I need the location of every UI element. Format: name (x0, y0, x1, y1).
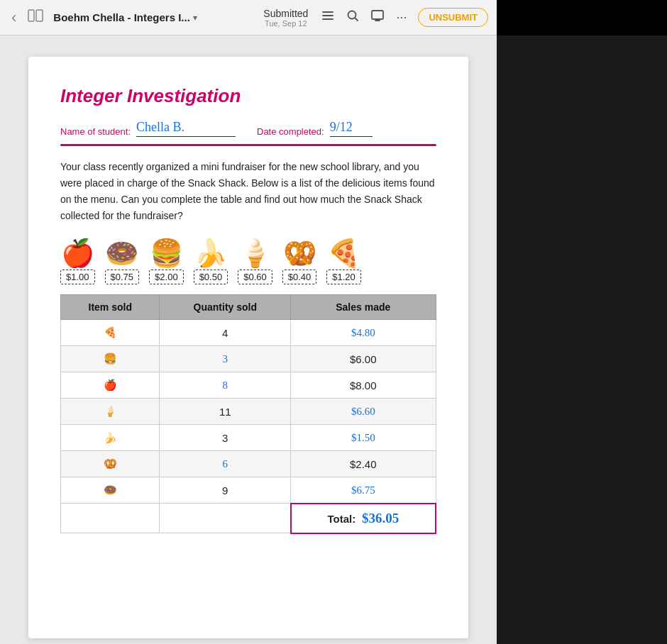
divider (60, 144, 436, 146)
document-page: Integer Investigation Name of student: C… (28, 57, 468, 638)
submitted-label: Submitted (263, 8, 308, 19)
more-icon[interactable]: ··· (396, 10, 407, 25)
total-amount: $36.05 (358, 511, 399, 526)
food-icons-row: 🍎 $1.00 🍩 $0.75 🍔 $2.00 🍌 $0.50 🍦 $0.60 … (60, 240, 436, 284)
submission-status: Submitted Tue, Sep 12 (263, 8, 308, 28)
food-emoji: 🍦 (238, 240, 272, 267)
table-cell-emoji: 🍔 (61, 346, 160, 372)
toolbar-icons: ··· UNSUBMIT (321, 8, 488, 27)
table-cell-sales: $1.50 (291, 425, 436, 451)
description-text: Your class recently organized a mini fun… (60, 159, 436, 224)
table-cell-qty: 8 (160, 372, 291, 399)
panels-icon[interactable] (25, 6, 46, 28)
table-cell-emoji: 🍦 (61, 399, 160, 425)
table-header-row: Item soldQuantity soldSales made (61, 295, 436, 320)
food-emoji: 🍎 (61, 240, 94, 267)
table-row: 🍎8$8.00 (61, 372, 436, 399)
main-layout: Integer Investigation Name of student: C… (0, 35, 667, 644)
document-area: Integer Investigation Name of student: C… (0, 35, 497, 644)
food-icon-item: 🍔 $2.00 (149, 240, 184, 284)
title-area: Boehm Chella - Integers I... ▾ (53, 11, 250, 23)
list-icon[interactable] (321, 9, 335, 26)
food-icon-item: 🍎 $1.00 (60, 240, 95, 284)
svg-rect-1 (36, 10, 43, 21)
table-cell-qty: 3 (160, 425, 291, 451)
table-col-header: Quantity sold (160, 295, 291, 320)
table-cell-emoji: 🍩 (61, 477, 160, 504)
price-box: $0.60 (238, 270, 272, 284)
table-total-row: Total: $36.05 (61, 504, 436, 533)
table-cell-emoji: 🥨 (61, 451, 160, 477)
food-icon-item: 🍌 $0.50 (194, 240, 228, 284)
total-label: Total: (327, 513, 355, 525)
table-cell-sales: $2.40 (291, 451, 436, 477)
page-title: Integer Investigation (60, 85, 436, 107)
food-icon-item: 🍦 $0.60 (238, 240, 272, 284)
table-cell-sales: $6.00 (291, 346, 436, 372)
table-cell-sales: $8.00 (291, 372, 436, 399)
table-row: 🥨6$2.40 (61, 451, 436, 477)
search-icon[interactable] (346, 9, 359, 26)
total-empty-cell-1 (61, 504, 160, 533)
table-col-header: Item sold (61, 295, 160, 320)
food-emoji: 🍕 (327, 240, 360, 267)
table-cell-qty: 9 (160, 477, 291, 504)
price-box: $1.20 (326, 270, 361, 284)
student-info-row: Name of student: Chella B. Date complete… (60, 120, 436, 137)
table-row: 🍕4$4.80 (61, 320, 436, 346)
table-cell-qty: 11 (160, 399, 291, 425)
table-row: 🍦11$6.60 (61, 399, 436, 425)
table-cell-sales: $6.75 (291, 477, 436, 504)
svg-line-6 (355, 18, 358, 21)
table-cell-emoji: 🍕 (61, 320, 160, 346)
table-cell-emoji: 🍌 (61, 425, 160, 451)
food-emoji: 🥨 (283, 240, 316, 267)
food-emoji: 🍌 (194, 240, 227, 267)
total-value-cell: Total: $36.05 (291, 504, 436, 533)
table-col-header: Sales made (291, 295, 436, 320)
student-name-label: Name of student: (60, 126, 131, 137)
table-body: 🍕4$4.80🍔3$6.00🍎8$8.00🍦11$6.60🍌3$1.50🥨6$2… (61, 320, 436, 533)
food-emoji: 🍩 (105, 240, 138, 267)
table-cell-qty: 6 (160, 451, 291, 477)
student-name-value: Chella B. (136, 120, 236, 137)
document-title: Boehm Chella - Integers I... (53, 11, 190, 23)
table-row: 🍔3$6.00 (61, 346, 436, 372)
food-emoji: 🍔 (150, 240, 183, 267)
price-box: $0.40 (282, 270, 317, 284)
table-cell-qty: 3 (160, 346, 291, 372)
top-toolbar: ‹ Boehm Chella - Integers I... ▾ Submitt… (0, 0, 497, 35)
right-panel (497, 35, 667, 644)
title-chevron-icon[interactable]: ▾ (193, 13, 197, 23)
food-icon-item: 🥨 $0.40 (282, 240, 317, 284)
food-icon-item: 🍩 $0.75 (105, 240, 140, 284)
price-box: $0.75 (105, 270, 140, 284)
table-cell-sales: $6.60 (291, 399, 436, 425)
price-box: $0.50 (194, 270, 228, 284)
svg-rect-7 (372, 11, 383, 19)
food-icon-item: 🍕 $1.20 (326, 240, 361, 284)
back-button[interactable]: ‹ (9, 6, 19, 30)
table-cell-emoji: 🍎 (61, 372, 160, 399)
total-empty-cell-2 (160, 504, 291, 533)
date-field: Date completed: 9/12 (257, 120, 373, 137)
svg-rect-0 (28, 10, 34, 21)
table-cell-sales: $4.80 (291, 320, 436, 346)
student-name-field: Name of student: Chella B. (60, 120, 236, 137)
unsubmit-button[interactable]: UNSUBMIT (418, 8, 488, 27)
table-row: 🍩9$6.75 (61, 477, 436, 504)
data-table: Item soldQuantity soldSales made 🍕4$4.80… (60, 294, 436, 534)
date-label: Date completed: (257, 126, 324, 137)
cast-icon[interactable] (370, 9, 385, 26)
price-box: $2.00 (149, 270, 184, 284)
price-box: $1.00 (60, 270, 95, 284)
table-cell-qty: 4 (160, 320, 291, 346)
submitted-date: Tue, Sep 12 (265, 19, 307, 28)
table-row: 🍌3$1.50 (61, 425, 436, 451)
date-value: 9/12 (330, 120, 373, 137)
